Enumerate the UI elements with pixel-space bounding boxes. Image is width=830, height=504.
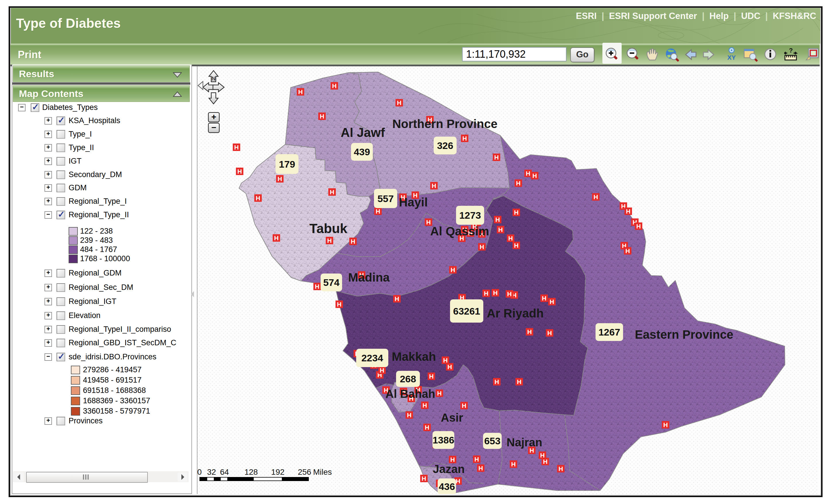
svg-text:Makkah: Makkah (392, 350, 436, 364)
svg-text:Asir: Asir (441, 411, 463, 424)
svg-text:H: H (542, 295, 546, 302)
svg-text:+: + (211, 112, 216, 121)
svg-text:Najran: Najran (507, 436, 542, 449)
svg-text:H: H (274, 234, 279, 242)
svg-text:H: H (351, 238, 355, 245)
svg-text:H: H (543, 458, 548, 465)
svg-text:H: H (594, 193, 598, 201)
svg-text:H: H (532, 172, 537, 179)
svg-text:H: H (422, 475, 426, 482)
svg-text:H: H (320, 113, 324, 120)
svg-text:H: H (437, 390, 442, 397)
svg-text:H: H (494, 378, 499, 385)
svg-text:H: H (332, 83, 337, 90)
svg-text:H: H (256, 195, 260, 202)
svg-text:H: H (443, 357, 448, 364)
svg-text:H: H (337, 301, 342, 308)
svg-text:H: H (327, 237, 332, 244)
svg-text:H: H (462, 135, 467, 142)
svg-text:H: H (407, 412, 412, 419)
svg-text:192: 192 (271, 468, 285, 476)
svg-text:Jazan: Jazan (433, 463, 465, 475)
svg-text:H: H (547, 329, 552, 337)
svg-text:H: H (234, 144, 239, 151)
svg-text:Hayil: Hayil (399, 195, 427, 209)
svg-text:256: 256 (298, 468, 311, 476)
svg-text:H: H (480, 243, 484, 251)
svg-text:179: 179 (279, 159, 295, 169)
svg-text:Al Bahah: Al Bahah (385, 387, 435, 400)
svg-text:H: H (636, 223, 641, 230)
svg-text:N: N (212, 75, 216, 82)
svg-text:H: H (432, 182, 436, 189)
svg-text:64: 64 (220, 468, 229, 476)
svg-text:H: H (514, 242, 519, 249)
svg-text:H: H (496, 216, 500, 223)
svg-text:H: H (380, 367, 384, 374)
svg-text:653: 653 (484, 435, 501, 446)
svg-text:1267: 1267 (598, 327, 620, 338)
svg-text:0: 0 (197, 468, 202, 476)
svg-text:H: H (626, 208, 631, 215)
svg-text:H: H (447, 364, 452, 371)
svg-text:H: H (397, 99, 402, 106)
svg-text:H: H (494, 154, 499, 161)
svg-text:Madina: Madina (348, 271, 390, 284)
svg-text:32: 32 (207, 468, 216, 476)
svg-text:Eastern Province: Eastern Province (635, 328, 733, 341)
svg-text:H: H (558, 465, 563, 472)
svg-text:436: 436 (439, 481, 455, 492)
svg-text:H: H (527, 328, 532, 336)
svg-text:H: H (376, 208, 380, 215)
svg-text:H: H (429, 373, 434, 380)
svg-text:H: H (330, 189, 334, 196)
svg-text:H: H (298, 88, 303, 96)
svg-text:H: H (508, 235, 513, 242)
svg-text:H: H (474, 456, 479, 463)
svg-text:H: H (315, 283, 319, 290)
svg-text:Tabuk: Tabuk (309, 221, 347, 236)
svg-text:63261: 63261 (453, 306, 480, 317)
svg-text:H: H (517, 378, 521, 385)
svg-text:H: H (237, 168, 242, 175)
svg-text:2234: 2234 (361, 352, 383, 364)
svg-text:H: H (484, 290, 488, 297)
svg-text:?: ? (789, 47, 793, 54)
svg-text:H: H (395, 295, 399, 303)
svg-text:XY: XY (727, 54, 736, 61)
svg-text:Al Qassim: Al Qassim (430, 224, 489, 238)
svg-text:H: H (514, 209, 519, 216)
svg-text:H: H (451, 266, 455, 274)
svg-text:268: 268 (400, 373, 416, 384)
svg-text:128: 128 (245, 468, 258, 476)
svg-text:Northern Province: Northern Province (392, 117, 498, 131)
svg-text:H: H (626, 247, 630, 255)
svg-text:Al Jawf: Al Jawf (341, 125, 385, 139)
svg-text:557: 557 (377, 193, 394, 204)
svg-text:H: H (498, 226, 503, 233)
svg-text:H: H (550, 298, 554, 305)
svg-text:H: H (478, 465, 483, 472)
svg-text:326: 326 (437, 140, 453, 151)
svg-text:H: H (511, 461, 516, 468)
svg-text:H: H (450, 456, 455, 463)
svg-text:H: H (456, 478, 460, 485)
svg-text:H: H (526, 170, 531, 177)
svg-text:H: H (663, 421, 668, 429)
svg-text:H: H (278, 176, 282, 183)
svg-text:H: H (425, 424, 429, 431)
svg-text:H: H (422, 402, 427, 409)
svg-text:574: 574 (323, 277, 340, 288)
svg-text:439: 439 (354, 146, 370, 157)
svg-text:1273: 1273 (459, 210, 481, 221)
svg-text:1386: 1386 (433, 435, 454, 445)
svg-text:H: H (462, 402, 467, 409)
svg-text:H: H (516, 180, 521, 187)
svg-text:H: H (493, 289, 498, 296)
svg-text:Miles: Miles (313, 468, 332, 476)
svg-text:H: H (507, 290, 512, 297)
svg-text:Ar Riyadh: Ar Riyadh (487, 307, 544, 320)
svg-text:–: – (212, 122, 216, 132)
